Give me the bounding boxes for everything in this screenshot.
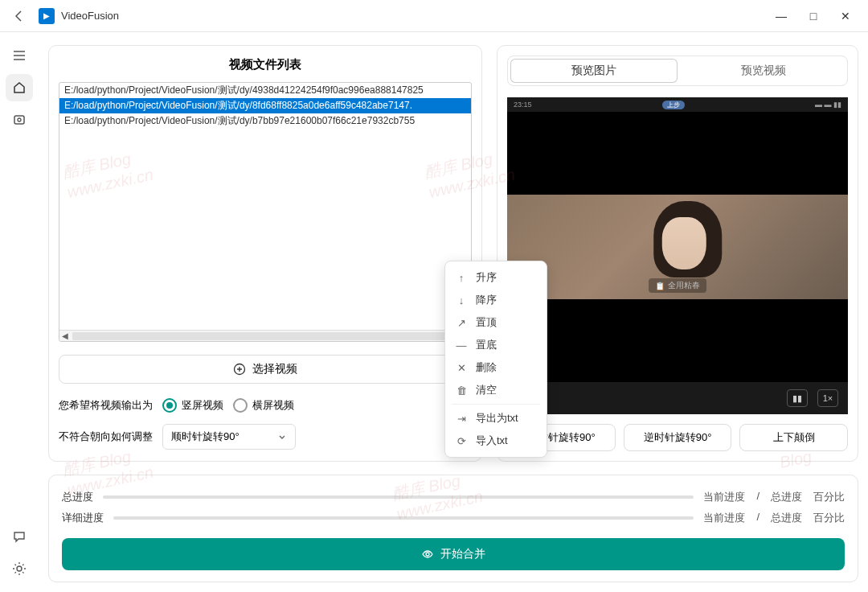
ctx-import-txt[interactable]: ⟳导入txt [445, 430, 547, 452]
maximize-button[interactable]: □ [797, 0, 829, 32]
radio-vertical[interactable]: 竖屏视频 [162, 398, 223, 413]
radio-vertical-label: 竖屏视频 [182, 398, 223, 413]
titlebar: ▶ VideoFusion — □ ✕ [0, 0, 868, 32]
plus-circle-icon [233, 363, 246, 376]
preview-tabs: 预览图片 预览视频 [507, 56, 848, 86]
select-video-label: 选择视频 [252, 362, 297, 376]
detail-progress-label: 详细进度 [62, 511, 104, 525]
adjust-value: 顺时针旋转90° [171, 430, 240, 444]
sidebar-home-icon[interactable] [6, 74, 33, 101]
chevron-down-icon [277, 432, 287, 442]
file-row[interactable]: E:/load/python/Project/VideoFusion/测试/dy… [59, 113, 471, 129]
select-video-button[interactable]: 选择视频 [59, 355, 472, 384]
radio-dot-icon [233, 398, 248, 413]
sidebar-chat-icon[interactable] [6, 523, 33, 550]
import-icon: ⟳ [455, 435, 468, 447]
rotate-ccw-button[interactable]: 逆时针旋转90° [624, 424, 732, 451]
adjust-label: 不符合朝向如何调整 [59, 430, 153, 444]
preview-pause-button[interactable]: ▮▮ [787, 389, 808, 407]
svg-point-4 [426, 553, 429, 556]
flip-button[interactable]: 上下颠倒 [739, 424, 848, 451]
sidebar [0, 32, 39, 592]
tab-preview-video[interactable]: 预览视频 [680, 56, 847, 85]
trend-up-icon: ↗ [455, 317, 468, 329]
back-button[interactable] [6, 10, 32, 23]
clipboard-icon: 📋 [655, 282, 665, 290]
close-button[interactable]: ✕ [829, 0, 862, 32]
detail-progress-bar [113, 516, 694, 520]
progress-panel: 总进度 当前进度 / 总进度 百分比 详细进度 当前进度 / 总进度 百分比 [48, 475, 858, 582]
arrow-up-icon: ↑ [455, 272, 468, 284]
preview-panel: 预览图片 预览视频 23:15 上步 ▬ ▬ ▮▮ 📋 全用粘春 [497, 45, 858, 462]
sidebar-settings-icon[interactable] [6, 555, 33, 582]
tab-preview-image[interactable]: 预览图片 [510, 59, 678, 83]
x-icon: ✕ [455, 362, 468, 374]
app-title: VideoFusion [61, 10, 119, 22]
ctx-move-top[interactable]: ↗置顶 [445, 311, 547, 334]
sidebar-catalog-icon[interactable] [6, 106, 33, 134]
svg-rect-0 [14, 116, 24, 124]
eye-icon [421, 548, 434, 561]
trash-icon: 🗑 [455, 384, 468, 397]
radio-horizontal-label: 横屏视频 [252, 398, 294, 413]
output-orientation-label: 您希望将视频输出为 [59, 398, 153, 413]
total-progress-bar [103, 495, 694, 499]
preview-speed-button[interactable]: 1× [817, 389, 838, 407]
minus-icon: — [455, 339, 468, 352]
file-row[interactable]: E:/load/python/Project/VideoFusion/测试/dy… [59, 98, 471, 113]
minimize-button[interactable]: — [765, 0, 797, 32]
preview-badge: 上步 [662, 101, 685, 109]
radio-horizontal[interactable]: 横屏视频 [233, 398, 294, 413]
start-merge-label: 开始合并 [440, 547, 485, 561]
preview-time: 23:15 [514, 101, 532, 109]
ctx-clear[interactable]: 🗑清空 [445, 379, 547, 401]
ctx-move-bottom[interactable]: —置底 [445, 334, 547, 356]
adjust-dropdown[interactable]: 顺时针旋转90° [162, 424, 296, 450]
ctx-sort-desc[interactable]: ↓降序 [445, 289, 547, 311]
file-list-title: 视频文件列表 [59, 57, 472, 72]
preview-frame: 📋 全用粘春 [507, 195, 848, 299]
preview-status-right: ▬ ▬ ▮▮ [815, 101, 841, 109]
ctx-export-txt[interactable]: ⇥导出为txt [445, 407, 547, 430]
start-merge-button[interactable]: 开始合并 [62, 538, 845, 570]
horizontal-scrollbar[interactable]: ◀▶ [59, 330, 471, 341]
svg-point-2 [17, 566, 22, 571]
preview-status-bar: 23:15 上步 ▬ ▬ ▮▮ [507, 97, 848, 112]
ctx-sort-asc[interactable]: ↑升序 [445, 266, 547, 289]
file-row[interactable]: E:/load/python/Project/VideoFusion/测试/dy… [59, 83, 471, 98]
radio-dot-icon [162, 398, 177, 413]
ctx-delete[interactable]: ✕删除 [445, 356, 547, 379]
file-list-panel: 视频文件列表 E:/load/python/Project/VideoFusio… [48, 45, 482, 462]
export-icon: ⇥ [455, 413, 468, 425]
total-progress-label: 总进度 [62, 490, 93, 504]
app-logo-icon: ▶ [39, 8, 55, 24]
file-list[interactable]: E:/load/python/Project/VideoFusion/测试/dy… [59, 82, 472, 342]
preview-area: 23:15 上步 ▬ ▬ ▮▮ 📋 全用粘春 ✕ [507, 97, 848, 414]
sidebar-menu-icon[interactable] [6, 42, 33, 69]
arrow-down-icon: ↓ [455, 294, 468, 306]
svg-point-1 [18, 118, 21, 121]
context-menu: ↑升序 ↓降序 ↗置顶 —置底 ✕删除 🗑清空 ⇥导出为txt ⟳导入txt [444, 261, 547, 458]
preview-caption: 📋 全用粘春 [649, 278, 706, 293]
preview-controls: ✕ ▮▮ 1× [507, 382, 848, 414]
